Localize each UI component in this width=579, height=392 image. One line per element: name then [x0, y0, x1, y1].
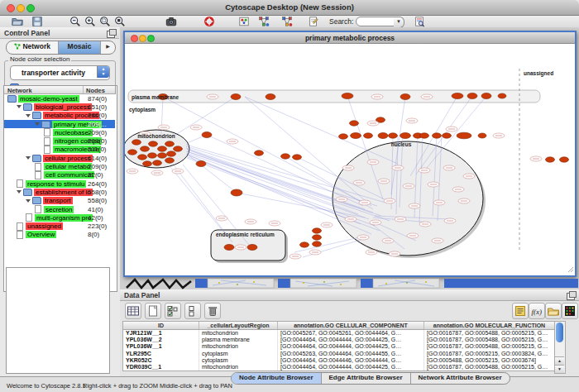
save-session-button[interactable] [31, 16, 43, 27]
network-node[interactable] [165, 141, 175, 146]
delete-attribute-button[interactable] [204, 303, 221, 319]
network-node[interactable] [389, 133, 398, 138]
column-header[interactable]: ID [123, 322, 199, 329]
network-node[interactable] [546, 157, 555, 162]
import-attributes-button[interactable] [545, 303, 562, 319]
expand-arrow-icon[interactable] [17, 190, 22, 194]
minimized-window[interactable] [361, 279, 439, 288]
network-node[interactable] [149, 141, 158, 146]
scrollbar-thumb[interactable] [556, 323, 563, 342]
network-node[interactable] [313, 228, 322, 233]
node-color-dropdown[interactable]: transporter activity ▲▼ [10, 65, 110, 80]
network-node[interactable] [174, 146, 183, 151]
network-node[interactable] [300, 242, 309, 247]
zoom-selected-region-button[interactable] [99, 16, 111, 27]
select-attributes-button[interactable] [165, 303, 181, 319]
float-panel-icon[interactable] [107, 31, 115, 38]
network-canvas[interactable]: plasma membranecytoplasmmitochondrionnuc… [125, 44, 575, 275]
network-node[interactable] [339, 134, 348, 139]
table-row[interactable]: YKR052Ccytoplasm[GO:0044464, GO:0044446,… [123, 357, 555, 364]
network-node[interactable] [247, 245, 257, 251]
expand-arrow-icon[interactable] [26, 156, 31, 160]
birds-eye-view[interactable] [6, 267, 110, 374]
annotations-button[interactable] [308, 16, 319, 27]
tab-node-attribute-browser[interactable]: Node Attribute Browser [232, 373, 322, 384]
network-node[interactable] [478, 133, 486, 138]
minimized-window[interactable] [195, 279, 274, 288]
network-node[interactable] [498, 93, 506, 98]
network-node[interactable] [224, 245, 234, 251]
tab-network[interactable]: Network [7, 41, 59, 54]
tab-mosaic[interactable]: Mosaic [59, 41, 101, 54]
tab-overflow-button[interactable]: ▶ [101, 41, 115, 54]
expand-arrow-icon[interactable] [17, 105, 22, 108]
minimized-window-titlebar[interactable] [444, 279, 578, 288]
tree-row[interactable]: cell communicat22(0) [4, 171, 115, 179]
network-node[interactable] [313, 241, 322, 246]
minimized-window-preview[interactable] [127, 280, 191, 288]
column-header[interactable]: annotation.GO MOLECULAR_FUNCTION [424, 322, 555, 329]
network-node[interactable] [364, 133, 373, 138]
network-node[interactable] [481, 93, 491, 99]
unselect-attributes-button[interactable] [184, 303, 201, 319]
float-data-panel-icon[interactable] [567, 293, 575, 300]
network-node[interactable] [138, 155, 147, 160]
tree-row[interactable]: nucleobase-209(0) [4, 128, 115, 136]
minimized-windows-strip[interactable] [122, 278, 579, 289]
table-scrollbar[interactable]: ▲ ▼ [554, 321, 566, 374]
tree-row[interactable]: metabolic process280(0) [4, 112, 115, 120]
zoom-fit-button[interactable] [114, 16, 126, 27]
attribute-notes-button[interactable] [512, 303, 529, 319]
column-header[interactable]: _cellularLayoutRegion [199, 322, 278, 329]
tab-edge-attribute-browser[interactable]: Edge Attribute Browser [322, 373, 411, 384]
network-node[interactable] [158, 146, 167, 151]
tree-row[interactable]: cellular process614(0) [4, 154, 115, 162]
network-node[interactable] [128, 150, 137, 155]
open-session-button[interactable] [12, 16, 23, 27]
table-row[interactable]: YDR039C__1mitochondrion[GO:0044464, GO:0… [123, 364, 555, 370]
network-node[interactable] [231, 189, 242, 196]
network-node[interactable] [342, 93, 353, 99]
network-node[interactable] [560, 157, 569, 162]
attribute-matrix-button[interactable] [562, 303, 578, 319]
vizmapper-button[interactable] [238, 16, 250, 27]
zoom-out-button[interactable] [69, 16, 81, 27]
network-node[interactable] [202, 132, 212, 138]
tree-row[interactable]: mosaic-demo-yeast874(0) [4, 94, 115, 103]
table-row[interactable]: YPL036W__1mitochondrion[GO:0044464, GO:0… [123, 343, 555, 350]
tree-row[interactable]: primary metabo209(... [4, 120, 115, 128]
network-node[interactable] [452, 93, 463, 99]
network-node[interactable] [231, 94, 241, 100]
layout-network-b-button[interactable] [281, 16, 293, 27]
network-node[interactable] [313, 235, 322, 240]
layout-network-a-button[interactable] [258, 16, 270, 27]
tree-row[interactable]: transport558(0) [4, 197, 115, 205]
network-node[interactable] [400, 133, 411, 139]
network-node[interactable] [148, 153, 157, 158]
tree-row[interactable]: nitrogen compo209(0) [4, 136, 115, 145]
zoom-in-button[interactable] [84, 16, 96, 27]
network-node[interactable] [158, 153, 167, 158]
tree-row[interactable]: macromolecule311(0) [4, 146, 115, 154]
help-button[interactable] [203, 16, 215, 27]
network-node[interactable] [400, 94, 410, 100]
dropdown-stepper-icon[interactable]: ▲▼ [97, 66, 109, 78]
tree-row[interactable]: secretion41(0) [4, 205, 115, 213]
network-node[interactable] [143, 161, 152, 166]
tree-row[interactable]: response to stimulu264(0) [4, 179, 115, 188]
network-node[interactable] [457, 132, 471, 139]
expand-arrow-icon[interactable] [35, 122, 40, 126]
table-row[interactable]: YPL036W__2plasma membrane[GO:0044464, GO… [123, 337, 555, 343]
take-snapshot-button[interactable] [165, 16, 177, 27]
table-row[interactable]: YLR295Ccytoplasm[GO:0045263, GO:0044464,… [123, 351, 555, 357]
advanced-search-button[interactable] [414, 16, 425, 27]
network-node[interactable] [153, 160, 162, 165]
tree-row[interactable]: Overview8(0) [4, 231, 115, 239]
tree-row[interactable]: unassigned223(0) [4, 222, 115, 230]
network-node[interactable] [266, 94, 275, 100]
function-builder-button[interactable]: f(x) [529, 303, 545, 319]
create-attribute-button[interactable] [145, 303, 161, 319]
network-node[interactable] [281, 154, 290, 159]
network-node[interactable] [132, 140, 141, 145]
network-node[interactable] [196, 161, 206, 167]
